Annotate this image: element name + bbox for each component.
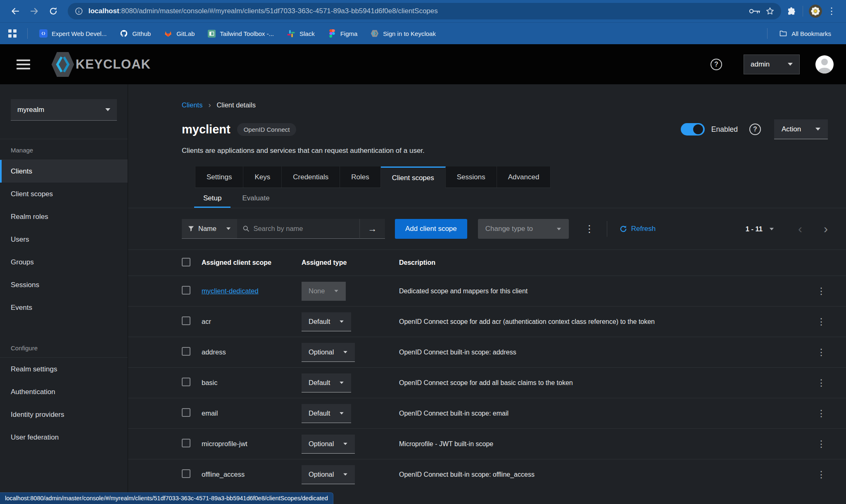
row-checkbox[interactable]	[182, 316, 190, 325]
brand-text: KEYCLOAK	[76, 57, 151, 72]
row-checkbox[interactable]	[182, 439, 190, 447]
all-bookmarks-button[interactable]: All Bookmarks	[779, 29, 831, 38]
reload-icon[interactable]	[45, 2, 62, 20]
bookmark-slack[interactable]: Slack	[287, 29, 315, 38]
pagination-dropdown-icon[interactable]	[770, 228, 774, 230]
bookmark-star-icon[interactable]	[765, 7, 775, 16]
refresh-button[interactable]: Refresh	[620, 225, 656, 233]
url-path: :8080/admin/master/console/#/myrealm/cli…	[119, 7, 438, 15]
sidebar-item-realm-roles[interactable]: Realm roles	[0, 205, 128, 228]
sidebar-item-user-federation[interactable]: User federation	[0, 426, 128, 449]
page-subtitle: Clients are applications and services th…	[182, 147, 846, 155]
apps-grid-icon[interactable]	[8, 29, 17, 38]
tab-client-scopes[interactable]: Client scopes	[381, 166, 446, 188]
browser-menu-icon[interactable]: ⋮	[824, 7, 839, 16]
assigned-type-select[interactable]: None	[302, 282, 346, 301]
row-checkbox[interactable]	[182, 347, 190, 356]
subtab-setup[interactable]: Setup	[194, 188, 231, 208]
password-key-icon[interactable]	[749, 8, 760, 14]
row-kebab-icon[interactable]: ⋮	[817, 378, 826, 388]
assigned-type-select[interactable]: Optional	[302, 343, 355, 362]
row-kebab-icon[interactable]: ⋮	[817, 408, 826, 418]
assigned-type-select[interactable]: Default	[302, 404, 351, 423]
row-kebab-icon[interactable]: ⋮	[817, 316, 826, 327]
row-kebab-icon[interactable]: ⋮	[817, 347, 826, 357]
pagination-prev-icon[interactable]: ‹	[798, 223, 802, 235]
scope-name-link[interactable]: myclient-dedicated	[202, 287, 259, 295]
assigned-type-value: Default	[309, 409, 330, 417]
user-menu-dropdown[interactable]: admin	[744, 55, 800, 74]
user-avatar[interactable]	[815, 55, 834, 74]
row-checkbox[interactable]	[182, 378, 190, 386]
bookmarks-divider	[27, 28, 28, 39]
toolbar-kebab-icon[interactable]: ⋮	[585, 224, 594, 234]
sidebar-item-authentication[interactable]: Authentication	[0, 380, 128, 403]
tab-keys[interactable]: Keys	[243, 166, 282, 188]
bookmark-github[interactable]: GIthub	[120, 29, 151, 38]
profile-avatar[interactable]	[809, 5, 822, 18]
sidebar-item-clients[interactable]: Clients	[0, 160, 128, 183]
nav-section-title-configure: Configure	[0, 337, 128, 358]
bookmark-tailwind-toolbox[interactable]: Tailwind Toolbox -...	[208, 30, 274, 38]
search-input[interactable]	[253, 225, 354, 233]
row-checkbox[interactable]	[182, 286, 190, 295]
address-bar[interactable]: localhost:8080/admin/master/console/#/my…	[68, 3, 781, 19]
bookmark-figma[interactable]: Figma	[328, 29, 358, 38]
sidebar-item-identity-providers[interactable]: Identity providers	[0, 403, 128, 426]
action-dropdown[interactable]: Action	[774, 119, 828, 139]
keycloak-icon	[371, 29, 379, 38]
tab-sessions[interactable]: Sessions	[446, 166, 497, 188]
bookmark-keycloak[interactable]: Sign in to Keycloak	[371, 29, 436, 38]
realm-selector[interactable]: myrealm	[11, 99, 117, 121]
row-checkbox[interactable]	[182, 408, 190, 417]
change-type-dropdown[interactable]: Change type to	[478, 219, 569, 239]
chevron-down-icon	[344, 442, 348, 445]
forward-icon[interactable]	[26, 2, 43, 20]
tab-roles[interactable]: Roles	[340, 166, 380, 188]
chevron-down-icon	[340, 381, 344, 384]
code-icon	[39, 29, 48, 38]
breadcrumb-clients-link[interactable]: Clients	[182, 101, 202, 109]
protocol-badge: OpenID Connect	[237, 123, 297, 136]
tab-advanced[interactable]: Advanced	[497, 166, 551, 188]
row-checkbox[interactable]	[182, 469, 190, 478]
row-kebab-icon[interactable]: ⋮	[817, 439, 826, 449]
assigned-type-select[interactable]: Optional	[302, 465, 355, 484]
bookmark-expert-web[interactable]: Expert Web Devel...	[39, 29, 107, 38]
scope-name: address	[202, 348, 302, 356]
sidebar-item-realm-settings[interactable]: Realm settings	[0, 358, 128, 380]
pagination-next-icon[interactable]: ›	[824, 223, 828, 235]
select-all-checkbox[interactable]	[182, 258, 190, 266]
enabled-toggle[interactable]	[681, 123, 705, 136]
filter-type-dropdown[interactable]: Name	[182, 219, 237, 239]
bookmark-label: Figma	[340, 30, 358, 37]
search-box[interactable]	[237, 219, 359, 239]
subtab-evaluate[interactable]: Evaluate	[233, 188, 278, 208]
sidebar-nav: myrealm Manage Clients Client scopes Rea…	[0, 84, 128, 504]
sidebar-item-groups[interactable]: Groups	[0, 251, 128, 273]
site-info-icon[interactable]	[74, 7, 83, 16]
assigned-type-select[interactable]: Default	[302, 312, 351, 331]
sidebar-item-events[interactable]: Events	[0, 296, 128, 319]
search-submit-arrow-icon[interactable]: →	[359, 219, 385, 239]
sidebar-item-users[interactable]: Users	[0, 228, 128, 251]
sidebar-item-client-scopes[interactable]: Client scopes	[0, 183, 128, 205]
chevron-down-icon	[788, 63, 793, 66]
filter-funnel-icon	[188, 226, 194, 232]
bookmark-gitlab[interactable]: GitLab	[164, 29, 195, 38]
tab-credentials[interactable]: Credentials	[282, 166, 340, 188]
assigned-type-select[interactable]: Optional	[302, 435, 355, 454]
enabled-help-icon[interactable]: ?	[749, 124, 761, 135]
row-kebab-icon[interactable]: ⋮	[817, 469, 826, 480]
scope-description: OpenID Connect built-in scope: offline_a…	[399, 471, 796, 478]
extensions-puzzle-icon[interactable]	[787, 6, 797, 16]
nav-toggle-hamburger-icon[interactable]	[17, 59, 30, 69]
keycloak-logo[interactable]: KEYCLOAK	[51, 52, 151, 77]
tab-settings[interactable]: Settings	[195, 166, 243, 188]
add-client-scope-button[interactable]: Add client scope	[395, 219, 467, 239]
help-icon[interactable]: ?	[711, 59, 722, 70]
sidebar-item-sessions[interactable]: Sessions	[0, 273, 128, 296]
assigned-type-select[interactable]: Default	[302, 373, 351, 392]
row-kebab-icon[interactable]: ⋮	[817, 286, 826, 296]
back-icon[interactable]	[7, 2, 24, 20]
